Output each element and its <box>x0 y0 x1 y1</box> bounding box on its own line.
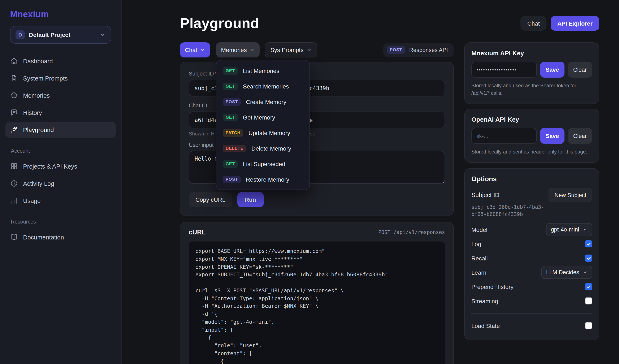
endpoint-name: Responses API <box>409 47 448 53</box>
menu-item-delete-memory[interactable]: DELETE Delete Memory <box>219 140 307 156</box>
new-subject-button[interactable]: New Subject <box>549 188 592 202</box>
method-badge: GET <box>223 113 238 121</box>
model-select-value: gpt-4o-mini <box>551 227 579 233</box>
mnexium-key-help: Stored locally and used as the Bearer to… <box>471 82 592 97</box>
method-badge: GET <box>223 67 238 74</box>
rocket-icon <box>10 126 18 134</box>
copy-curl-button[interactable]: Copy cURL <box>189 192 232 207</box>
model-label: Model <box>471 226 487 233</box>
openai-api-key-input[interactable] <box>471 128 537 144</box>
chevron-down-icon <box>583 227 588 232</box>
brain-icon <box>10 91 18 99</box>
menu-item-label: List Superseded <box>243 160 285 167</box>
sys-prompts-group-label: Sys Prompts <box>270 47 304 53</box>
streaming-label: Streaming <box>471 298 498 305</box>
load-state-checkbox[interactable] <box>585 322 592 329</box>
curl-title: cURL <box>189 229 206 236</box>
app-window: Mnexium D Default Project Dashboard Syst… <box>0 0 619 364</box>
menu-item-restore-memory[interactable]: POST Restore Memory <box>219 171 307 187</box>
menu-item-label: Search Memories <box>243 83 289 90</box>
prepend-history-label: Prepend History <box>471 283 514 290</box>
subject-id-option-label: Subject ID <box>471 192 499 198</box>
options-card: Options Subject ID New Subject subj_c3df… <box>464 168 599 340</box>
options-title: Options <box>471 175 592 183</box>
grid-icon <box>10 162 18 170</box>
sidebar-item-playground[interactable]: Playground <box>5 122 116 138</box>
menu-item-create-memory[interactable]: POST Create Memory <box>219 94 307 110</box>
run-button[interactable]: Run <box>237 192 264 207</box>
recall-checkbox[interactable] <box>585 255 592 262</box>
streaming-checkbox[interactable] <box>585 297 592 305</box>
sidebar-item-label: Documentation <box>23 234 64 240</box>
project-name: Default Project <box>29 31 96 38</box>
save-openai-key-button[interactable]: Save <box>540 128 564 144</box>
tab-chat[interactable]: Chat <box>521 16 547 31</box>
method-badge: POST <box>223 176 241 183</box>
chevron-down-icon <box>307 47 312 52</box>
openai-key-help: Stored locally and sent as header only f… <box>471 148 592 155</box>
method-badge: POST <box>223 98 241 105</box>
menu-item-update-memory[interactable]: PATCH Update Memory <box>219 125 307 140</box>
log-checkbox[interactable] <box>585 240 592 248</box>
chevron-down-icon <box>100 32 106 38</box>
project-avatar: D <box>15 30 25 39</box>
method-badge: DELETE <box>223 144 246 152</box>
project-selector[interactable]: D Default Project <box>10 26 111 44</box>
menu-item-get-memory[interactable]: GET Get Memory <box>219 110 307 125</box>
selected-endpoint-badge: POST Responses API <box>383 43 454 57</box>
sidebar-item-usage[interactable]: Usage <box>5 193 116 209</box>
menu-item-list-superseded[interactable]: GET List Superseded <box>219 156 307 171</box>
endpoint-toolbar: Chat Memories Sys Prompts <box>180 42 454 57</box>
chat-group-dropdown[interactable]: Chat <box>180 42 210 57</box>
mnexium-api-key-input[interactable] <box>471 62 537 78</box>
sidebar-item-projects-api-keys[interactable]: Projects & API Keys <box>5 158 116 174</box>
sidebar-item-memories[interactable]: Memories <box>5 87 116 104</box>
clear-mnexium-key-button[interactable]: Clear <box>568 62 592 78</box>
menu-item-label: List Memories <box>243 67 279 74</box>
prepend-history-checkbox[interactable] <box>585 283 592 290</box>
sidebar-section-resources: Resources <box>0 210 121 228</box>
options-divider <box>471 313 592 314</box>
tab-api-explorer[interactable]: API Explorer <box>551 16 599 31</box>
save-mnexium-key-button[interactable]: Save <box>540 62 564 78</box>
menu-item-label: Delete Memory <box>252 145 291 152</box>
memories-group-dropdown[interactable]: Memories <box>216 42 260 57</box>
chat-group-label: Chat <box>185 47 197 53</box>
pie-chart-icon <box>10 180 18 187</box>
sidebar-item-dashboard[interactable]: Dashboard <box>5 53 116 69</box>
model-select[interactable]: gpt-4o-mini <box>546 223 592 236</box>
openai-api-key-title: OpenAI API Key <box>471 116 592 123</box>
sidebar-item-system-prompts[interactable]: System Prompts <box>5 70 116 86</box>
menu-item-label: Get Memory <box>243 114 275 121</box>
method-badge: PATCH <box>223 129 243 137</box>
learn-select-value: LLM Decides <box>546 269 579 276</box>
learn-select[interactable]: LLM Decides <box>541 266 592 279</box>
method-badge: POST <box>387 46 405 54</box>
method-badge: GET <box>223 160 238 168</box>
load-state-label: Load State <box>471 322 500 329</box>
menu-item-list-memories[interactable]: GET List Memories <box>219 63 307 78</box>
sidebar-item-label: Projects & API Keys <box>23 163 77 170</box>
sys-prompts-group-dropdown[interactable]: Sys Prompts <box>265 42 317 57</box>
curl-code-block: export BASE_URL="https://www.mnexium.com… <box>189 241 445 364</box>
menu-item-label: Restore Memory <box>246 176 289 183</box>
chevron-down-icon <box>250 47 255 52</box>
recall-label: Recall <box>471 255 488 262</box>
memories-group-label: Memories <box>221 47 247 53</box>
menu-item-search-memories[interactable]: GET Search Memories <box>219 78 307 94</box>
sidebar-item-label: History <box>23 109 42 116</box>
page-title: Playground <box>180 15 259 31</box>
chevron-down-icon <box>583 270 588 275</box>
document-icon <box>10 74 18 82</box>
learn-label: Learn <box>471 269 486 276</box>
sidebar-item-history[interactable]: History <box>5 104 116 121</box>
home-icon <box>10 57 18 65</box>
sidebar-item-activity-log[interactable]: Activity Log <box>5 175 116 192</box>
openai-api-key-card: OpenAI API Key Save Clear Stored locally… <box>464 109 599 163</box>
sidebar-item-documentation[interactable]: Documentation <box>5 229 116 245</box>
log-label: Log <box>471 241 481 247</box>
subject-id-value: subj_c3df260e-1db7-4ba3-bf68-b6088fc4339… <box>471 204 545 219</box>
clear-openai-key-button[interactable]: Clear <box>568 128 592 144</box>
sidebar: Mnexium D Default Project Dashboard Syst… <box>0 0 122 364</box>
memories-dropdown-menu: GET List Memories GET Search Memories PO… <box>216 60 310 190</box>
